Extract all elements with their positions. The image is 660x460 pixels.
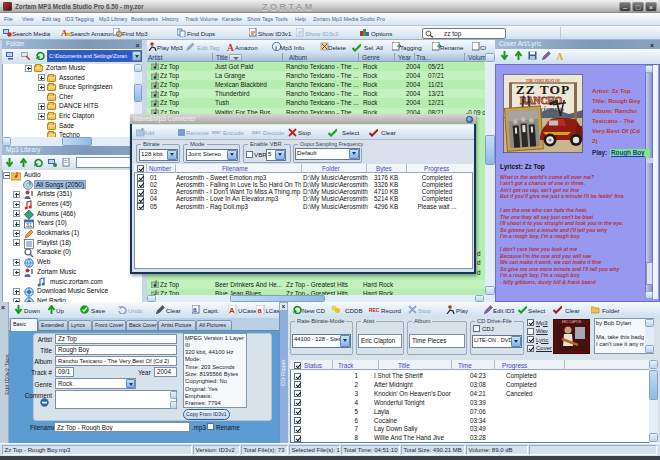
- svg-text:A: A: [227, 43, 234, 52]
- svg-text:A: A: [229, 306, 235, 315]
- svg-text:ZZ TOP: ZZ TOP: [516, 82, 571, 97]
- svg-text:ERIC CLAPTON: ERIC CLAPTON: [562, 320, 581, 324]
- svg-text:31: 31: [26, 222, 32, 228]
- svg-text:a: a: [193, 306, 197, 313]
- svg-text:A: A: [557, 52, 564, 61]
- svg-text:i: i: [275, 44, 277, 52]
